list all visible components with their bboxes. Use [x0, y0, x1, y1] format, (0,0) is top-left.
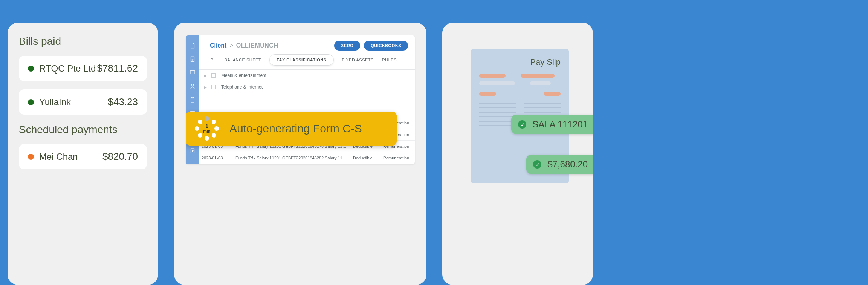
category-label: Meals & entertainment — [221, 73, 266, 78]
check-circle-icon — [533, 160, 541, 169]
placeholder-bar-icon — [544, 92, 561, 96]
tab-fixed-assets[interactable]: FIXED ASSETS — [342, 58, 374, 62]
scheduled-payments-heading: Scheduled payments — [19, 124, 147, 136]
bill-amount: $820.70 — [102, 151, 138, 162]
bill-row[interactable]: RTQC Pte Ltd $7811.62 — [19, 56, 147, 81]
checkbox[interactable] — [211, 85, 216, 89]
spinner-icon: 1 min — [195, 116, 219, 141]
bill-amount: $43.23 — [108, 96, 138, 108]
auto-generate-banner: 1 min Auto-generating Form C-S — [186, 112, 397, 146]
breadcrumb-client-name[interactable]: OLLIEMUNCH — [236, 42, 278, 49]
payslip-card: Pay Slip SALA 111 — [442, 23, 593, 285]
status-dot-icon — [28, 66, 34, 72]
monitor-icon[interactable] — [189, 69, 196, 76]
spinner-time-unit: min — [203, 129, 211, 133]
clipboard-icon[interactable] — [189, 97, 196, 103]
placeholder-bar-icon — [479, 74, 506, 78]
category-row[interactable]: ▶ Telephone & internet — [199, 81, 415, 93]
payslip-title: Pay Slip — [479, 57, 561, 67]
bills-card: Bills paid RTQC Pte Ltd $7811.62 YuliaIn… — [8, 23, 158, 285]
tab-balance[interactable]: BALANCE SHEET — [224, 58, 261, 62]
svg-point-2 — [191, 84, 194, 86]
checkbox[interactable] — [211, 73, 216, 78]
payslip-lines — [479, 103, 516, 130]
bill-amount: $7811.62 — [97, 63, 138, 74]
tx-desc: Funds Trf - Salary 11201 GEBFT2202018452… — [233, 152, 351, 164]
placeholder-bar-icon — [530, 81, 551, 85]
status-badge: $7,680.20 — [526, 155, 593, 174]
status-dot-icon — [28, 99, 34, 105]
app-header: Client > OLLIEMUNCH XERO QUICKBOOKS — [199, 35, 415, 54]
tx-date: 2023-01-03 — [199, 152, 233, 164]
breadcrumb-separator: > — [229, 42, 233, 49]
app-preview-card: PDF Client > OLLIEMUNCH XERO QUICKBOOKS … — [174, 23, 426, 285]
xero-button[interactable]: XERO — [334, 41, 360, 51]
bill-name: RTQC Pte Ltd — [39, 63, 97, 74]
spinner-time-value: 1 — [203, 124, 211, 129]
breadcrumb-client[interactable]: Client — [210, 42, 226, 49]
status-badge: SALA 111201 — [511, 115, 593, 134]
svg-rect-1 — [190, 71, 195, 74]
document-icon[interactable] — [189, 56, 196, 63]
tab-pl[interactable]: PL — [211, 58, 216, 62]
tx-category: Remuneration — [381, 152, 415, 164]
tabs-row: PL BALANCE SHEET TAX CLASSIFICATIONS FIX… — [199, 54, 415, 70]
category-label: Telephone & internet — [221, 84, 263, 90]
file-icon[interactable] — [189, 42, 196, 49]
auto-generate-text: Auto-generating Form C-S — [229, 122, 362, 135]
table-row[interactable]: 2023-01-03 Funds Trf - Salary 11201 GEBF… — [199, 152, 415, 164]
placeholder-bar-icon — [521, 74, 555, 78]
tab-rules[interactable]: RULES — [382, 58, 397, 62]
user-icon[interactable] — [189, 83, 196, 90]
bill-row[interactable]: Mei Chan $820.70 — [19, 144, 147, 169]
tx-deductible: Deductible — [351, 152, 381, 164]
bill-name: YuliaInk — [39, 97, 108, 107]
chevron-right-icon: ▶ — [204, 85, 208, 89]
quickbooks-button[interactable]: QUICKBOOKS — [364, 41, 408, 51]
badge-text: SALA 111201 — [532, 119, 588, 130]
play-file-icon[interactable] — [189, 147, 196, 154]
bill-row[interactable]: YuliaInk $43.23 — [19, 89, 147, 115]
category-row[interactable]: ▶ Meals & entertainment — [199, 70, 415, 81]
bills-paid-heading: Bills paid — [19, 35, 147, 48]
bill-name: Mei Chan — [39, 152, 102, 162]
tab-tax-classifications[interactable]: TAX CLASSIFICATIONS — [269, 54, 334, 66]
status-dot-icon — [28, 154, 34, 160]
badge-text: $7,680.20 — [547, 159, 588, 170]
chevron-right-icon: ▶ — [204, 74, 208, 78]
placeholder-bar-icon — [479, 92, 496, 96]
placeholder-bar-icon — [479, 81, 515, 85]
app-frame: PDF Client > OLLIEMUNCH XERO QUICKBOOKS … — [186, 35, 415, 164]
check-circle-icon — [518, 120, 526, 129]
